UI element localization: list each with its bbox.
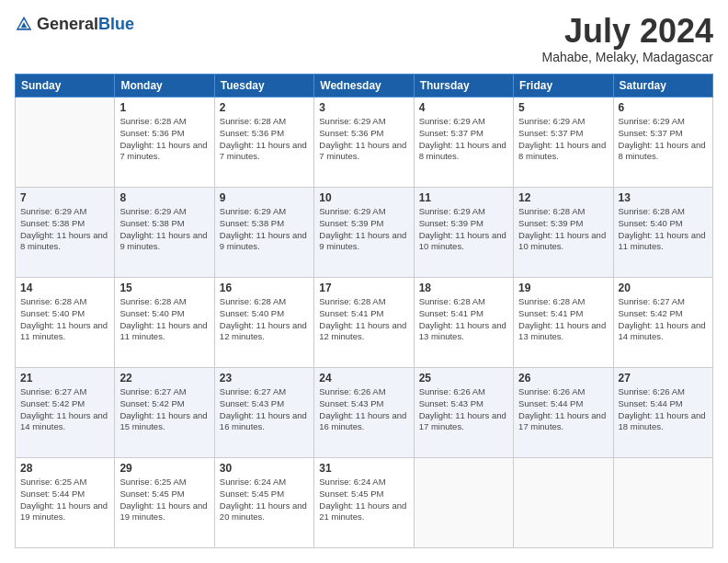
- table-row: 5Sunrise: 6:29 AM Sunset: 5:37 PM Daylig…: [514, 98, 613, 188]
- day-number: 7: [20, 191, 109, 204]
- day-number: 30: [220, 462, 309, 475]
- logo-icon: [15, 15, 33, 33]
- day-number: 24: [319, 372, 408, 385]
- day-info: Sunrise: 6:26 AM Sunset: 5:44 PM Dayligh…: [518, 386, 608, 433]
- table-row: 23Sunrise: 6:27 AM Sunset: 5:43 PM Dayli…: [214, 368, 313, 458]
- table-row: 4Sunrise: 6:29 AM Sunset: 5:37 PM Daylig…: [414, 98, 513, 188]
- day-info: Sunrise: 6:28 AM Sunset: 5:41 PM Dayligh…: [419, 296, 508, 343]
- day-info: Sunrise: 6:26 AM Sunset: 5:44 PM Dayligh…: [619, 386, 708, 433]
- day-number: 18: [419, 282, 508, 294]
- table-row: 8Sunrise: 6:29 AM Sunset: 5:38 PM Daylig…: [115, 188, 214, 278]
- day-number: 8: [119, 191, 209, 204]
- col-monday: Monday: [115, 75, 214, 98]
- table-row: 26Sunrise: 6:26 AM Sunset: 5:44 PM Dayli…: [514, 368, 613, 458]
- logo: GeneralBlue: [15, 15, 134, 33]
- day-info: Sunrise: 6:28 AM Sunset: 5:41 PM Dayligh…: [518, 296, 608, 343]
- header: GeneralBlue July 2024 Mahabe, Melaky, Ma…: [15, 15, 713, 64]
- day-number: 29: [119, 462, 209, 475]
- table-row: 25Sunrise: 6:26 AM Sunset: 5:43 PM Dayli…: [414, 368, 513, 458]
- table-row: 17Sunrise: 6:28 AM Sunset: 5:41 PM Dayli…: [314, 278, 414, 368]
- location-title: Mahabe, Melaky, Madagascar: [542, 50, 714, 64]
- table-row: 18Sunrise: 6:28 AM Sunset: 5:41 PM Dayli…: [414, 278, 513, 368]
- day-number: 25: [419, 372, 508, 385]
- day-number: 17: [319, 282, 408, 294]
- day-info: Sunrise: 6:28 AM Sunset: 5:41 PM Dayligh…: [319, 296, 408, 343]
- table-row: [16, 98, 115, 188]
- col-sunday: Sunday: [16, 75, 115, 98]
- day-info: Sunrise: 6:29 AM Sunset: 5:38 PM Dayligh…: [119, 206, 209, 253]
- col-friday: Friday: [514, 75, 613, 98]
- table-row: 28Sunrise: 6:25 AM Sunset: 5:44 PM Dayli…: [16, 458, 115, 548]
- day-info: Sunrise: 6:27 AM Sunset: 5:43 PM Dayligh…: [220, 386, 309, 433]
- table-row: 2Sunrise: 6:28 AM Sunset: 5:36 PM Daylig…: [214, 98, 313, 188]
- day-info: Sunrise: 6:28 AM Sunset: 5:40 PM Dayligh…: [20, 296, 109, 343]
- day-number: 10: [319, 191, 408, 204]
- table-row: 3Sunrise: 6:29 AM Sunset: 5:36 PM Daylig…: [314, 98, 414, 188]
- day-info: Sunrise: 6:29 AM Sunset: 5:38 PM Dayligh…: [220, 206, 309, 253]
- table-row: 15Sunrise: 6:28 AM Sunset: 5:40 PM Dayli…: [115, 278, 214, 368]
- col-tuesday: Tuesday: [214, 75, 313, 98]
- table-row: 29Sunrise: 6:25 AM Sunset: 5:45 PM Dayli…: [115, 458, 214, 548]
- day-info: Sunrise: 6:29 AM Sunset: 5:39 PM Dayligh…: [419, 206, 508, 253]
- day-info: Sunrise: 6:26 AM Sunset: 5:43 PM Dayligh…: [419, 386, 508, 433]
- day-number: 12: [518, 191, 608, 204]
- day-info: Sunrise: 6:28 AM Sunset: 5:40 PM Dayligh…: [119, 296, 209, 343]
- day-number: 4: [419, 101, 508, 114]
- day-number: 5: [518, 101, 608, 114]
- day-info: Sunrise: 6:24 AM Sunset: 5:45 PM Dayligh…: [220, 477, 309, 523]
- col-thursday: Thursday: [414, 75, 513, 98]
- table-row: 27Sunrise: 6:26 AM Sunset: 5:44 PM Dayli…: [613, 368, 712, 458]
- logo-blue: Blue: [98, 15, 134, 33]
- day-number: 27: [619, 372, 708, 385]
- day-number: 11: [419, 191, 508, 204]
- table-row: 13Sunrise: 6:28 AM Sunset: 5:40 PM Dayli…: [613, 188, 712, 278]
- day-number: 26: [518, 372, 608, 385]
- day-info: Sunrise: 6:29 AM Sunset: 5:37 PM Dayligh…: [419, 116, 508, 163]
- table-row: 31Sunrise: 6:24 AM Sunset: 5:45 PM Dayli…: [314, 458, 414, 548]
- day-info: Sunrise: 6:27 AM Sunset: 5:42 PM Dayligh…: [119, 386, 209, 433]
- table-row: 7Sunrise: 6:29 AM Sunset: 5:38 PM Daylig…: [16, 188, 115, 278]
- table-row: 1Sunrise: 6:28 AM Sunset: 5:36 PM Daylig…: [115, 98, 214, 188]
- day-number: 1: [119, 101, 209, 114]
- calendar-week-row: 21Sunrise: 6:27 AM Sunset: 5:42 PM Dayli…: [16, 368, 713, 458]
- day-number: 22: [119, 372, 209, 385]
- day-number: 9: [220, 191, 309, 204]
- day-info: Sunrise: 6:27 AM Sunset: 5:42 PM Dayligh…: [20, 386, 109, 433]
- day-number: 20: [619, 282, 708, 294]
- day-info: Sunrise: 6:25 AM Sunset: 5:44 PM Dayligh…: [20, 477, 109, 523]
- day-info: Sunrise: 6:28 AM Sunset: 5:39 PM Dayligh…: [518, 206, 608, 253]
- table-row: 10Sunrise: 6:29 AM Sunset: 5:39 PM Dayli…: [314, 188, 414, 278]
- day-info: Sunrise: 6:27 AM Sunset: 5:42 PM Dayligh…: [619, 296, 708, 343]
- day-info: Sunrise: 6:29 AM Sunset: 5:38 PM Dayligh…: [20, 206, 109, 253]
- day-number: 3: [319, 101, 408, 114]
- col-saturday: Saturday: [613, 75, 712, 98]
- day-number: 21: [20, 372, 109, 385]
- calendar-header-row: Sunday Monday Tuesday Wednesday Thursday…: [16, 75, 713, 98]
- day-info: Sunrise: 6:25 AM Sunset: 5:45 PM Dayligh…: [119, 477, 209, 523]
- table-row: [613, 458, 712, 548]
- logo-text: GeneralBlue: [37, 16, 134, 33]
- table-row: 9Sunrise: 6:29 AM Sunset: 5:38 PM Daylig…: [214, 188, 313, 278]
- day-number: 23: [220, 372, 309, 385]
- table-row: [414, 458, 513, 548]
- table-row: 12Sunrise: 6:28 AM Sunset: 5:39 PM Dayli…: [514, 188, 613, 278]
- day-number: 31: [319, 462, 408, 475]
- table-row: 30Sunrise: 6:24 AM Sunset: 5:45 PM Dayli…: [214, 458, 313, 548]
- day-number: 19: [518, 282, 608, 294]
- calendar-week-row: 7Sunrise: 6:29 AM Sunset: 5:38 PM Daylig…: [16, 188, 713, 278]
- day-number: 2: [220, 101, 309, 114]
- table-row: 6Sunrise: 6:29 AM Sunset: 5:37 PM Daylig…: [613, 98, 712, 188]
- title-block: July 2024 Mahabe, Melaky, Madagascar: [542, 15, 714, 64]
- day-info: Sunrise: 6:24 AM Sunset: 5:45 PM Dayligh…: [319, 477, 408, 523]
- calendar-table: Sunday Monday Tuesday Wednesday Thursday…: [15, 74, 713, 548]
- table-row: 19Sunrise: 6:28 AM Sunset: 5:41 PM Dayli…: [514, 278, 613, 368]
- day-info: Sunrise: 6:28 AM Sunset: 5:36 PM Dayligh…: [119, 116, 209, 163]
- day-number: 13: [619, 191, 708, 204]
- calendar-week-row: 28Sunrise: 6:25 AM Sunset: 5:44 PM Dayli…: [16, 458, 713, 548]
- page: GeneralBlue July 2024 Mahabe, Melaky, Ma…: [0, 0, 728, 563]
- day-info: Sunrise: 6:26 AM Sunset: 5:43 PM Dayligh…: [319, 386, 408, 433]
- table-row: 16Sunrise: 6:28 AM Sunset: 5:40 PM Dayli…: [214, 278, 313, 368]
- table-row: 21Sunrise: 6:27 AM Sunset: 5:42 PM Dayli…: [16, 368, 115, 458]
- day-info: Sunrise: 6:28 AM Sunset: 5:36 PM Dayligh…: [220, 116, 309, 163]
- day-number: 6: [619, 101, 708, 114]
